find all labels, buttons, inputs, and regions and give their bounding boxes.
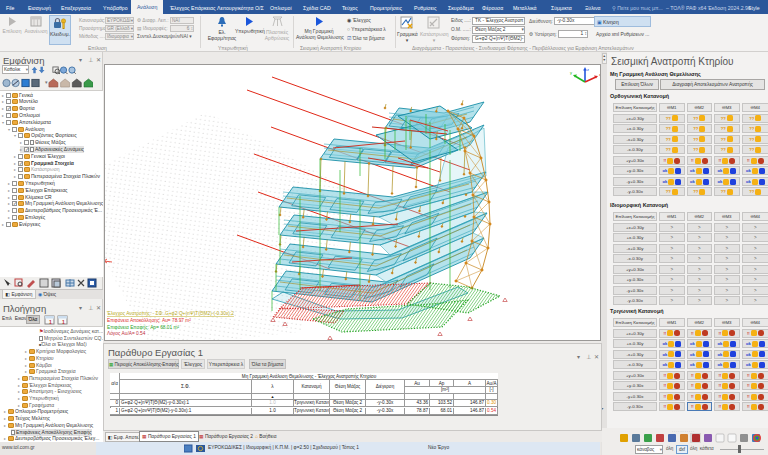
svg-text:Επιφάνεια Επαφής: Ap= 68.01 m²: Επιφάνεια Επαφής: Ap= 68.01 m² (107, 324, 179, 330)
svg-text:x: x (599, 72, 600, 77)
svg-text:z: z (587, 67, 589, 72)
svg-text:Έλεγχος Ανατροπής: - ΣΦ: G+φ2: Έλεγχος Ανατροπής: - ΣΦ: G+φ2·Q+(nΨ)Τ(ΘΜ… (106, 310, 234, 316)
svg-text:y: y (570, 70, 572, 75)
svg-text:Επιφάνεια Αποκόλλησης: Au= 78.: Επιφάνεια Αποκόλλησης: Au= 78.97 m² (107, 317, 191, 323)
svg-text:1: 1 (62, 319, 65, 325)
svg-text:1: 1 (49, 319, 52, 325)
svg-text:Λόγος Au/A= 0.54: Λόγος Au/A= 0.54 (107, 330, 146, 336)
